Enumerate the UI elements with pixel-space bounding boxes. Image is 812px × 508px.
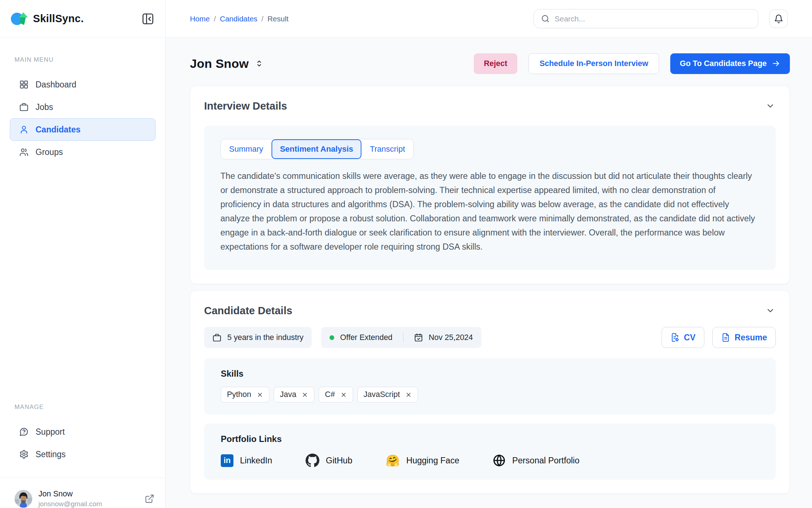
globe-icon	[493, 454, 506, 467]
sidebar-item-jobs[interactable]: Jobs	[10, 96, 156, 118]
interview-details-card: Interview Details Summary Sentiment Anal…	[190, 86, 790, 284]
manage-menu: MANAGE Support Settings	[0, 403, 165, 466]
status-text: Offer Extended	[340, 333, 392, 342]
remove-skill-icon[interactable]	[302, 392, 308, 398]
file-text-icon	[721, 333, 730, 342]
sidebar-item-groups[interactable]: Groups	[10, 141, 156, 163]
sidebar-item-support[interactable]: Support	[10, 421, 156, 443]
badge-divider	[403, 333, 403, 342]
users-icon	[19, 147, 29, 157]
page-title-row: Jon Snow Reject Schedule In-Person Inter…	[190, 52, 790, 75]
candidate-details-card: Candidate Details 5 years in the industr…	[190, 290, 790, 494]
manage-label: MANAGE	[14, 403, 156, 411]
user-profile: Jon Snow jonsnow@gmail.com	[0, 478, 165, 508]
interview-details-panel: Summary Sentiment Analysis Transcript Th…	[204, 126, 776, 270]
chevron-down-icon[interactable]	[765, 101, 776, 111]
tab-transcript[interactable]: Transcript	[361, 139, 413, 159]
topbar: Home / Candidates / Result	[166, 0, 812, 38]
interview-details-title: Interview Details	[204, 100, 287, 112]
resume-button[interactable]: Resume	[712, 327, 776, 348]
dashboard-icon	[19, 80, 29, 89]
breadcrumb-candidates-link[interactable]: Candidates	[220, 15, 257, 23]
breadcrumb-current: Result	[268, 15, 289, 23]
personal-portfolio-link[interactable]: Personal Portfolio	[493, 454, 580, 467]
chevrons-up-down-icon[interactable]	[254, 58, 264, 69]
arrow-right-icon	[772, 59, 780, 68]
portfolio-link-label: Personal Portfolio	[512, 456, 580, 466]
sidebar-item-dashboard[interactable]: Dashboard	[10, 73, 156, 96]
skills-panel: Skills Python Java	[204, 358, 776, 415]
breadcrumb: Home / Candidates / Result	[190, 15, 289, 23]
skills-tags: Python Java C#	[221, 387, 759, 402]
profile-name: Jon Snow	[38, 489, 102, 499]
chevron-down-icon[interactable]	[765, 305, 776, 316]
main-area: Home / Candidates / Result Jon Snow	[166, 0, 812, 508]
skill-tag-label: C#	[325, 390, 335, 399]
sidebar-item-label: Dashboard	[36, 80, 76, 90]
skillsync-logo-icon	[10, 11, 28, 27]
bell-icon	[774, 14, 783, 24]
search-icon	[541, 14, 550, 23]
user-icon	[19, 125, 29, 134]
reject-button[interactable]: Reject	[474, 53, 518, 74]
skill-tag-label: Python	[227, 390, 251, 399]
github-link[interactable]: GitHub	[306, 454, 352, 467]
help-chat-icon	[19, 427, 29, 437]
briefcase-icon	[212, 333, 221, 342]
notifications-button[interactable]	[769, 9, 788, 28]
interview-tabs: Summary Sentiment Analysis Transcript	[220, 139, 414, 159]
profile-meta: Jon Snow jonsnow@gmail.com	[38, 489, 102, 508]
sidebar-item-label: Groups	[36, 147, 63, 157]
calendar-icon	[414, 333, 423, 342]
sidebar: SkillSync. MAIN MENU Dashboard	[0, 0, 166, 508]
candidate-details-header: Candidate Details	[204, 304, 776, 317]
hugging-face-link[interactable]: 🤗 Hugging Face	[386, 455, 459, 466]
breadcrumb-separator: /	[214, 15, 216, 23]
portfolio-link-label: LinkedIn	[240, 456, 272, 466]
interview-details-header: Interview Details	[204, 99, 776, 112]
page-title: Jon Snow	[190, 57, 249, 71]
page-actions: Reject Schedule In-Person Interview Go T…	[474, 53, 790, 74]
portfolio-title: Portfolio Links	[221, 434, 759, 444]
status-dot-icon	[330, 335, 334, 340]
go-to-candidates-label: Go To Candidates Page	[680, 59, 767, 68]
remove-skill-icon[interactable]	[340, 392, 347, 398]
skill-tag: JavaScript	[357, 387, 418, 402]
linkedin-icon: in	[221, 454, 233, 467]
remove-skill-icon[interactable]	[405, 392, 412, 398]
profile-email: jonsnow@gmail.com	[38, 500, 102, 508]
go-to-candidates-button[interactable]: Go To Candidates Page	[670, 53, 790, 74]
breadcrumb-home-link[interactable]: Home	[190, 15, 210, 23]
main-menu-label: MAIN MENU	[14, 56, 156, 64]
gear-icon	[19, 450, 29, 459]
content: Jon Snow Reject Schedule In-Person Inter…	[166, 38, 812, 508]
document-buttons: CV Resume	[662, 327, 776, 348]
tab-summary[interactable]: Summary	[221, 139, 272, 159]
cv-button[interactable]: CV	[662, 327, 704, 348]
main-menu: MAIN MENU Dashboard Jobs	[0, 38, 165, 163]
hugging-face-icon: 🤗	[386, 455, 400, 466]
sidebar-item-candidates[interactable]: Candidates	[10, 118, 156, 141]
candidate-details-title: Candidate Details	[204, 305, 292, 317]
portfolio-panel: Portfolio Links in LinkedIn GitHub	[204, 423, 776, 480]
tab-sentiment-analysis[interactable]: Sentiment Analysis	[272, 139, 361, 159]
sidebar-collapse-icon[interactable]	[140, 11, 156, 27]
linkedin-link[interactable]: in LinkedIn	[221, 454, 272, 467]
cv-label: CV	[684, 333, 696, 343]
briefcase-icon	[19, 102, 29, 112]
schedule-interview-button[interactable]: Schedule In-Person Interview	[529, 53, 659, 74]
search-input[interactable]	[555, 15, 751, 23]
app-title: SkillSync.	[33, 13, 84, 25]
external-link-icon[interactable]	[145, 494, 154, 504]
skill-tag: Java	[274, 387, 314, 402]
experience-badge: 5 years in the industry	[204, 327, 312, 348]
sentiment-analysis-text: The candidate's communication skills wer…	[220, 169, 756, 254]
status-badge: Offer Extended Nov 25,2024	[321, 327, 481, 348]
remove-skill-icon[interactable]	[257, 392, 263, 398]
experience-text: 5 years in the industry	[227, 333, 303, 342]
sidebar-item-settings[interactable]: Settings	[10, 443, 156, 466]
portfolio-links: in LinkedIn GitHub 🤗 Hugging Face	[221, 452, 759, 468]
portfolio-link-label: Hugging Face	[406, 456, 459, 466]
file-cog-icon	[670, 333, 680, 342]
github-icon	[306, 454, 319, 467]
